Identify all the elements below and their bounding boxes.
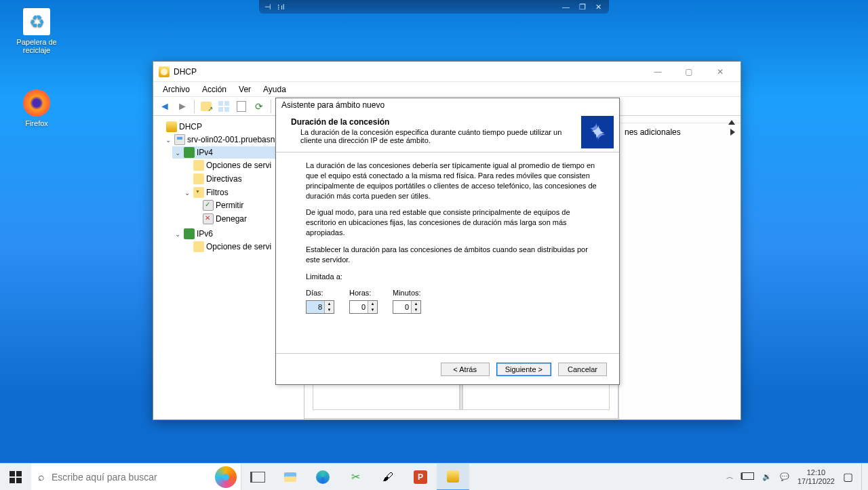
back-button[interactable]: < Atrás <box>441 363 490 376</box>
wizard-paragraph-1: La duración de las concesiones debería s… <box>306 161 599 201</box>
vm-close-button[interactable]: ✕ <box>593 3 604 12</box>
task-view-icon <box>250 469 266 485</box>
vm-connection-bar: ⊣ ⫶ıl — ❐ ✕ <box>259 0 609 14</box>
window-close-button[interactable]: ✕ <box>705 62 735 81</box>
actions-more-row[interactable]: nes adicionales <box>619 123 741 141</box>
show-desktop-button[interactable] <box>861 464 865 491</box>
signal-icon: ⫶ıl <box>277 3 285 11</box>
toolbar-properties-button[interactable] <box>216 99 231 114</box>
wizard-header: Duración de la concesión La duración de … <box>276 113 619 152</box>
next-button[interactable]: Siguiente > <box>496 363 551 376</box>
toolbar-back-button[interactable]: ◄ <box>157 99 172 114</box>
wizard-paragraph-2: De igual modo, para una red estable que … <box>306 207 599 238</box>
menu-accion[interactable]: Acción <box>197 83 232 96</box>
search-input[interactable] <box>52 472 215 483</box>
speaker-icon[interactable]: 🔉 <box>762 472 772 481</box>
wizard-heading: Duración de la concesión <box>291 117 389 127</box>
window-minimize-button[interactable]: — <box>643 62 673 81</box>
recycle-bin-icon <box>23 8 50 35</box>
tray-chevron-up-icon[interactable]: ︿ <box>726 472 734 482</box>
actions-more-label: nes adicionales <box>625 127 681 137</box>
pin-icon[interactable]: ⊣ <box>264 3 271 12</box>
minutes-label: Minutos: <box>393 288 421 298</box>
server-icon <box>174 134 185 145</box>
wizard-paragraph-3: Establecer la duración para las concesio… <box>306 245 599 265</box>
firefox-label: Firefox <box>9 119 64 127</box>
tree-node-ipv6[interactable]: IPv6 <box>197 229 213 239</box>
folder-icon <box>193 160 204 171</box>
taskbar-paint[interactable] <box>372 464 404 491</box>
tree-node-dhcp[interactable]: DHCP <box>179 122 202 131</box>
wizard-subheading: La duración de la concesión especifica d… <box>291 127 612 144</box>
minutes-down-button[interactable]: ▼ <box>412 307 420 313</box>
days-down-button[interactable]: ▼ <box>325 307 334 313</box>
taskbar-clock[interactable]: 12:10 17/11/2022 <box>797 468 835 485</box>
permit-icon <box>203 200 214 211</box>
days-up-button[interactable]: ▲ <box>325 301 334 307</box>
taskbar-file-explorer[interactable] <box>274 464 307 491</box>
days-input[interactable] <box>307 301 324 313</box>
tree-node-opciones-servidor-v6[interactable]: Opciones de servi <box>206 242 271 251</box>
tree-node-server[interactable]: srv-olin02-001.pruebasna <box>187 135 279 144</box>
search-icon: ⌕ <box>38 471 45 483</box>
toolbar-export-button[interactable] <box>234 99 249 114</box>
dhcp-window-title: DHCP <box>174 67 643 77</box>
toolbar-forward-button[interactable]: ► <box>175 99 190 114</box>
clock-date: 17/11/2022 <box>797 477 835 486</box>
edge-icon <box>316 470 330 484</box>
notification-icon[interactable]: 💬 <box>780 472 789 481</box>
menu-ayuda[interactable]: Ayuda <box>258 83 292 96</box>
days-spinner: Días: ▲▼ <box>306 288 334 314</box>
ipv4-icon <box>184 147 195 158</box>
minutes-spinner: Minutos: ▲▼ <box>393 288 421 314</box>
start-button[interactable] <box>0 464 31 491</box>
action-center-icon[interactable]: ▢ <box>843 470 853 483</box>
menu-ver[interactable]: Ver <box>233 83 256 96</box>
ipv6-icon <box>184 228 195 239</box>
toolbar-show-hide-button[interactable] <box>199 99 214 114</box>
tree-node-filtros[interactable]: Filtros <box>206 188 229 197</box>
taskbar-search[interactable]: ⌕ <box>31 464 241 491</box>
hours-input[interactable] <box>350 301 368 313</box>
system-tray: ︿ 🔉 💬 12:10 17/11/2022 ▢ <box>726 464 868 491</box>
desktop-icon-recycle-bin[interactable]: Papelera de reciclaje <box>9 8 64 54</box>
new-scope-wizard-dialog: Asistente para ámbito nuevo Duración de … <box>275 98 620 385</box>
window-maximize-button[interactable]: ▢ <box>674 62 704 81</box>
hours-up-button[interactable]: ▲ <box>368 301 377 307</box>
toolbar-refresh-button[interactable]: ⟳ <box>252 99 267 114</box>
hours-down-button[interactable]: ▼ <box>368 307 377 313</box>
taskbar-snipping[interactable] <box>339 464 372 491</box>
hours-spinner: Horas: ▲▼ <box>349 288 378 314</box>
tree-node-opciones-servidor[interactable]: Opciones de servi <box>206 161 271 170</box>
taskbar-dhcp[interactable] <box>437 464 469 491</box>
menu-archivo[interactable]: Archivo <box>157 83 195 96</box>
folder-icon <box>193 241 204 252</box>
taskbar-edge[interactable] <box>307 464 339 491</box>
snipping-icon <box>347 469 363 485</box>
tree-node-directivas[interactable]: Directivas <box>206 174 242 184</box>
minutes-up-button[interactable]: ▲ <box>412 301 420 307</box>
dhcp-taskbar-icon <box>445 468 461 485</box>
vm-minimize-button[interactable]: — <box>560 3 572 12</box>
tree-node-ipv4[interactable]: IPv4 <box>197 148 213 157</box>
wizard-body: La duración de las concesiones debería s… <box>276 152 619 319</box>
cancel-button[interactable]: Cancelar <box>558 363 607 376</box>
folder-icon <box>282 469 298 485</box>
cortana-icon[interactable] <box>215 466 237 488</box>
collapse-arrow-up-icon[interactable] <box>728 120 735 125</box>
wizard-title: Asistente para ámbito nuevo <box>276 98 619 113</box>
vm-restore-button[interactable]: ❐ <box>577 3 588 12</box>
toolbar-separator <box>271 100 271 113</box>
desktop-icon-firefox[interactable]: Firefox <box>9 89 64 127</box>
battery-icon[interactable] <box>742 472 754 481</box>
hours-label: Horas: <box>349 288 378 298</box>
tree-node-denegar[interactable]: Denegar <box>216 214 247 224</box>
windows-logo-icon <box>9 471 22 483</box>
task-view-button[interactable] <box>241 464 274 491</box>
firefox-icon <box>23 89 50 117</box>
minutes-input[interactable] <box>393 301 411 313</box>
dhcp-root-icon <box>166 121 177 132</box>
taskbar-powerpoint[interactable]: P <box>404 464 437 491</box>
wizard-footer: < Atrás Siguiente > Cancelar <box>276 353 619 384</box>
tree-node-permitir[interactable]: Permitir <box>216 201 243 210</box>
